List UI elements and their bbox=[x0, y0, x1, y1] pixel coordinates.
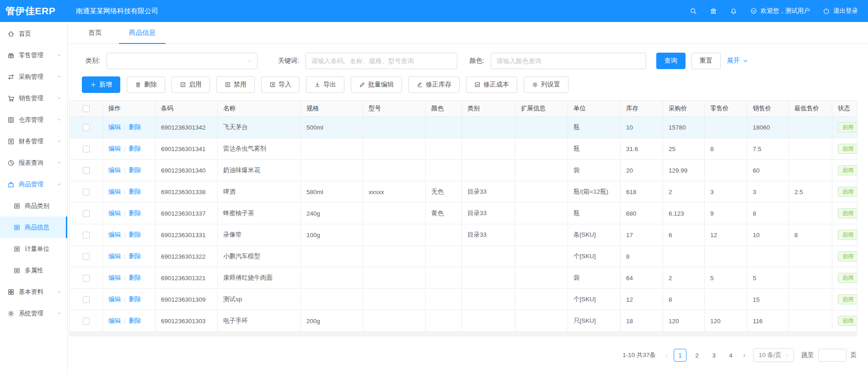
app-logo[interactable]: 管伊佳ERP bbox=[0, 5, 68, 17]
toolbar-button-导入[interactable]: 导入 bbox=[261, 76, 300, 93]
chevron-down-icon bbox=[57, 53, 62, 58]
delete-link[interactable]: 删除 bbox=[129, 124, 141, 130]
prev-page-button[interactable] bbox=[664, 352, 670, 358]
row-checkbox[interactable] bbox=[83, 275, 90, 282]
sidebar-item-财务管理[interactable]: 财务管理 bbox=[0, 130, 67, 152]
cell-stock: 64 bbox=[621, 267, 663, 289]
search-button[interactable]: 查询 bbox=[656, 53, 686, 69]
search-icon[interactable] bbox=[690, 7, 697, 15]
page-size-select[interactable]: 10 条/页 bbox=[753, 348, 794, 362]
edit-link[interactable]: 编辑 bbox=[108, 253, 121, 260]
expand-link[interactable]: 展开 bbox=[727, 57, 749, 65]
row-checkbox[interactable] bbox=[83, 146, 90, 152]
row-checkbox[interactable] bbox=[83, 232, 90, 238]
sidebar-item-label: 仓库管理 bbox=[19, 116, 43, 124]
row-checkbox[interactable] bbox=[83, 318, 90, 325]
table-scrollbar-track[interactable] bbox=[69, 332, 857, 336]
welcome-user[interactable]: 欢迎您，测试用户 bbox=[750, 7, 810, 15]
logout-icon bbox=[823, 7, 830, 15]
edit-link[interactable]: 编辑 bbox=[108, 274, 121, 281]
sidebar-item-商品类别[interactable]: 商品类别 bbox=[0, 195, 67, 217]
bank-icon[interactable] bbox=[710, 7, 717, 15]
cell-barcode: 6901236301337 bbox=[155, 203, 218, 224]
delete-link[interactable]: 删除 bbox=[129, 145, 141, 152]
delete-link[interactable]: 删除 bbox=[129, 188, 141, 195]
delete-link[interactable]: 删除 bbox=[129, 296, 141, 303]
page-number-3[interactable]: 3 bbox=[707, 349, 720, 362]
action-separator: | bbox=[124, 188, 126, 195]
keyword-label: 关键词: bbox=[278, 57, 299, 65]
toolbar-button-修正成本[interactable]: 修正成本 bbox=[466, 76, 517, 93]
sidebar-item-零售管理[interactable]: 零售管理 bbox=[0, 44, 67, 66]
welcome-text: 欢迎您，测试用户 bbox=[761, 7, 810, 15]
category-select[interactable] bbox=[107, 53, 257, 69]
delete-link[interactable]: 删除 bbox=[129, 253, 141, 260]
tab-商品信息[interactable]: 商品信息 bbox=[119, 22, 166, 43]
cell-barcode: 6901236301321 bbox=[155, 267, 218, 289]
sidebar-item-商品信息[interactable]: 商品信息 bbox=[0, 217, 67, 238]
toolbar-button-删除[interactable]: 删除 bbox=[127, 76, 165, 93]
cell-spec: 580ml bbox=[301, 181, 363, 203]
toolbar-button-label: 新增 bbox=[99, 81, 112, 89]
sidebar-item-基本资料[interactable]: 基本资料 bbox=[0, 281, 67, 303]
cell-status: 启用 bbox=[832, 246, 857, 267]
delete-link[interactable]: 删除 bbox=[129, 210, 141, 217]
edit-link[interactable]: 编辑 bbox=[108, 145, 121, 152]
edit-link[interactable]: 编辑 bbox=[108, 124, 121, 130]
sidebar-item-计量单位[interactable]: 计量单位 bbox=[0, 238, 67, 260]
toolbar-button-新增[interactable]: 新增 bbox=[82, 76, 120, 93]
row-checkbox[interactable] bbox=[83, 253, 90, 260]
edit-link[interactable]: 编辑 bbox=[108, 210, 121, 217]
row-checkbox[interactable] bbox=[83, 124, 90, 131]
delete-link[interactable]: 删除 bbox=[129, 274, 141, 281]
bell-icon[interactable] bbox=[730, 7, 737, 15]
toolbar-button-批量编辑[interactable]: 批量编辑 bbox=[351, 76, 402, 93]
tab-首页[interactable]: 首页 bbox=[78, 22, 112, 43]
chevron-down-icon bbox=[57, 160, 62, 165]
edit-link[interactable]: 编辑 bbox=[108, 188, 121, 195]
page-number-2[interactable]: 2 bbox=[691, 349, 703, 362]
edit-link[interactable]: 编辑 bbox=[108, 317, 121, 324]
jump-to-input[interactable] bbox=[818, 349, 847, 362]
delete-link[interactable]: 删除 bbox=[129, 317, 141, 324]
cell-color bbox=[426, 267, 462, 289]
edit-link[interactable]: 编辑 bbox=[108, 296, 121, 303]
list-icon bbox=[13, 224, 21, 231]
row-checkbox[interactable] bbox=[83, 189, 90, 195]
delete-link[interactable]: 删除 bbox=[129, 167, 141, 173]
row-checkbox[interactable] bbox=[83, 167, 90, 174]
sidebar-item-系统管理[interactable]: 系统管理 bbox=[0, 303, 67, 324]
toolbar-button-列设置[interactable]: 列设置 bbox=[524, 76, 568, 93]
toolbar-button-修正库存[interactable]: 修正库存 bbox=[408, 76, 460, 93]
column-header-最低售价: 最低售价 bbox=[789, 101, 832, 117]
sidebar-item-多属性[interactable]: 多属性 bbox=[0, 260, 67, 281]
page-number-4[interactable]: 4 bbox=[724, 349, 737, 362]
page-number-1[interactable]: 1 bbox=[674, 349, 686, 362]
toolbar-button-禁用[interactable]: 禁用 bbox=[216, 76, 255, 93]
toolbar-button-启用[interactable]: 启用 bbox=[171, 76, 210, 93]
reset-button[interactable]: 重置 bbox=[691, 53, 721, 69]
edit-link[interactable]: 编辑 bbox=[108, 167, 121, 173]
next-page-button[interactable] bbox=[741, 352, 747, 358]
sidebar-item-采购管理[interactable]: 采购管理 bbox=[0, 66, 67, 87]
sidebar-item-销售管理[interactable]: 销售管理 bbox=[0, 87, 67, 109]
select-all-checkbox[interactable] bbox=[83, 105, 90, 112]
table-row: 编辑|删除6901236301309测试sp个[SKU]12815启用 bbox=[70, 289, 857, 310]
row-checkbox[interactable] bbox=[83, 296, 90, 303]
logout-button[interactable]: 退出登录 bbox=[823, 7, 858, 15]
sidebar-item-首页[interactable]: 首页 bbox=[0, 23, 67, 44]
sidebar-item-商品管理[interactable]: 商品管理 bbox=[0, 173, 67, 195]
cell-unit: 瓶 bbox=[568, 203, 621, 224]
color-input[interactable] bbox=[491, 53, 646, 69]
toolbar-button-导出[interactable]: 导出 bbox=[306, 76, 344, 93]
purchase-icon bbox=[7, 73, 15, 81]
sidebar-item-报表查询[interactable]: 报表查询 bbox=[0, 152, 67, 173]
sidebar-item-label: 商品信息 bbox=[25, 223, 49, 232]
cell-name: 小鹏汽车模型 bbox=[218, 246, 301, 267]
keyword-input[interactable] bbox=[305, 53, 457, 69]
delete-link[interactable]: 删除 bbox=[129, 231, 141, 238]
cell-spec bbox=[301, 160, 363, 181]
row-checkbox[interactable] bbox=[83, 210, 90, 217]
sidebar-item-仓库管理[interactable]: 仓库管理 bbox=[0, 109, 67, 130]
edit-link[interactable]: 编辑 bbox=[108, 231, 121, 238]
